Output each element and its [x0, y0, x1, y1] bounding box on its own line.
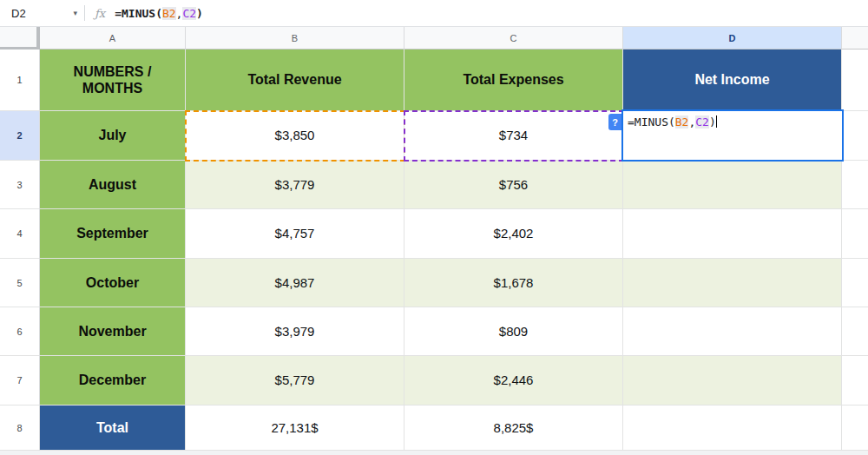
sheet-grid: A B C D 1 NUMBERS / MONTHS Total Revenue…: [0, 27, 868, 455]
row-header-5[interactable]: 5: [0, 259, 40, 307]
editor-function: =MINUS: [628, 115, 668, 129]
column-header-d[interactable]: D: [623, 27, 842, 49]
cell-a5[interactable]: October: [40, 259, 186, 307]
cell-c8[interactable]: 8,825$: [404, 406, 623, 451]
row-header-7[interactable]: 7: [0, 356, 40, 406]
cell-a4[interactable]: September: [40, 209, 186, 259]
cell-b7[interactable]: $5,779: [186, 356, 404, 406]
cell-e7[interactable]: [842, 356, 868, 406]
active-cell-reference: D2: [11, 7, 26, 20]
formula-help-badge[interactable]: ?: [608, 114, 621, 130]
cell-d6[interactable]: [623, 307, 842, 356]
chevron-down-icon: ▾: [73, 9, 77, 17]
cell-d8[interactable]: [623, 406, 842, 451]
column-header-b[interactable]: B: [186, 27, 404, 49]
row-header-2[interactable]: 2: [0, 111, 40, 161]
cell-b4[interactable]: $4,757: [186, 209, 404, 259]
cell-e6[interactable]: [842, 307, 868, 356]
row-header-8[interactable]: 8: [0, 406, 40, 451]
cell-d7[interactable]: [623, 356, 842, 406]
editor-ref-c2: C2: [695, 115, 709, 129]
cell-editor-formula: =MINUS(B2,C2): [628, 115, 716, 129]
editor-close-paren: ): [709, 115, 716, 129]
column-header-a[interactable]: A: [40, 27, 186, 49]
select-all-corner[interactable]: [0, 27, 40, 49]
divider: [84, 5, 85, 21]
cell-c6[interactable]: $809: [404, 307, 623, 356]
cell-c7[interactable]: $2,446: [404, 356, 623, 406]
cell-e2[interactable]: [842, 111, 868, 161]
row-header-1[interactable]: 1: [0, 49, 40, 111]
column-header-e-sliver[interactable]: [842, 27, 868, 49]
cell-c5[interactable]: $1,678: [404, 259, 623, 307]
cell-d4[interactable]: [623, 209, 842, 259]
cell-c1[interactable]: Total Expenses: [404, 49, 623, 111]
formula-ref-c2: C2: [182, 7, 196, 20]
formula-ref-b2: B2: [162, 7, 176, 20]
cell-e4[interactable]: [842, 209, 868, 259]
editor-ref-b2: B2: [675, 115, 689, 129]
cell-e5[interactable]: [842, 259, 868, 307]
fx-icon: ƒx: [95, 7, 105, 20]
formula-open-paren: (: [155, 7, 162, 20]
column-header-c[interactable]: C: [404, 27, 623, 49]
cell-a3[interactable]: August: [40, 161, 186, 209]
sheet-bottom-strip: [0, 451, 868, 455]
cell-d5[interactable]: [623, 259, 842, 307]
formula-function: =MINUS: [115, 7, 155, 20]
row-header-3[interactable]: 3: [0, 161, 40, 209]
cell-b8[interactable]: 27,131$: [186, 406, 404, 451]
cell-b3[interactable]: $3,779: [186, 161, 404, 209]
cell-e8[interactable]: [842, 406, 868, 451]
cell-a2[interactable]: July: [40, 111, 186, 161]
spreadsheet-app: D2 ▾ ƒx =MINUS(B2,C2) A B C D 1 NUMBERS …: [0, 0, 868, 455]
editor-open-paren: (: [668, 115, 675, 129]
cell-b2[interactable]: $3,850: [186, 111, 404, 161]
cell-a8[interactable]: Total: [40, 406, 186, 451]
cell-b5[interactable]: $4,987: [186, 259, 404, 307]
cell-e1[interactable]: [842, 49, 868, 111]
name-box[interactable]: D2 ▾: [0, 0, 84, 26]
cell-a1[interactable]: NUMBERS / MONTHS: [40, 49, 186, 111]
cell-b6[interactable]: $3,979: [186, 307, 404, 356]
cell-c2[interactable]: $734: [404, 111, 623, 161]
cell-editor-d2[interactable]: =MINUS(B2,C2): [621, 109, 844, 162]
formula-input[interactable]: =MINUS(B2,C2): [115, 7, 203, 20]
formula-bar: D2 ▾ ƒx =MINUS(B2,C2): [0, 0, 868, 27]
cell-c3[interactable]: $756: [404, 161, 623, 209]
cell-b1[interactable]: Total Revenue: [186, 49, 404, 111]
cell-a6[interactable]: November: [40, 307, 186, 356]
row-header-4[interactable]: 4: [0, 209, 40, 259]
row-header-6[interactable]: 6: [0, 307, 40, 356]
cell-e3[interactable]: [842, 161, 868, 209]
cell-d1[interactable]: Net Income: [623, 49, 842, 111]
text-cursor: [716, 115, 717, 128]
formula-close-paren: ): [196, 7, 203, 20]
cell-d3[interactable]: [623, 161, 842, 209]
cell-a7[interactable]: December: [40, 356, 186, 406]
cell-c4[interactable]: $2,402: [404, 209, 623, 259]
